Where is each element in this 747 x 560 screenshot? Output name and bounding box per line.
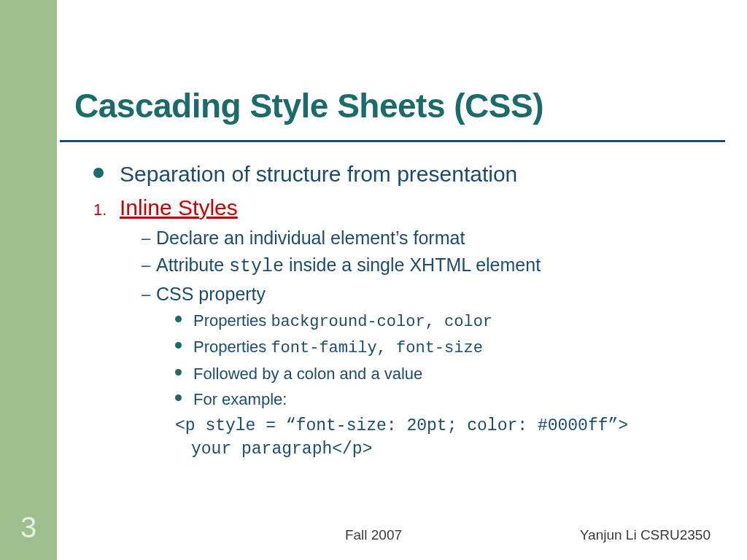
sub2-text: Properties font-family, font-size [193, 336, 483, 359]
code-line: your paragraph</p> [175, 438, 718, 461]
code-inline: font-family, font-size [271, 339, 482, 357]
numbered-label: Inline Styles [120, 195, 238, 220]
text-fragment: Properties [193, 338, 271, 356]
dash-icon: – [142, 229, 156, 248]
dash-icon: – [142, 256, 156, 275]
sub1-text: Declare an individual element’s format [156, 226, 465, 251]
slide: 3 Cascading Style Sheets (CSS) Separatio… [0, 0, 747, 560]
bullet-dot-icon [175, 394, 182, 401]
list-item: Properties font-family, font-size [175, 336, 718, 359]
bullet-dot-icon [175, 369, 182, 376]
bullet-text: Separation of structure from presentatio… [120, 160, 517, 188]
list-item: For example: [175, 389, 718, 411]
sidebar-accent: 3 [0, 0, 57, 560]
bullet-dot-icon [175, 342, 182, 349]
code-line: <p style = “font-size: 20pt; color: #000… [175, 414, 718, 438]
text-fragment: Properties [193, 311, 271, 330]
sub1-text: CSS property [156, 282, 266, 307]
list-item: Followed by a colon and a value [175, 363, 718, 385]
sublist-1: – Declare an individual element’s format… [142, 226, 718, 307]
sub2-text: Properties background-color, color [193, 310, 492, 333]
title-divider [60, 140, 725, 142]
text-fragment: inside a single XHTML element [284, 254, 541, 275]
slide-content: Separation of structure from presentatio… [93, 160, 718, 461]
footer-right: Yanjun Li CSRU2350 [580, 527, 711, 543]
sublist-2: Properties background-color, color Prope… [175, 310, 718, 411]
dash-icon: – [142, 285, 156, 304]
code-inline: style [229, 256, 284, 277]
slide-title: Cascading Style Sheets (CSS) [74, 86, 543, 125]
bullet-dot-icon [175, 316, 182, 322]
numbered-item: 1. Inline Styles [93, 195, 718, 220]
bullet-dot-icon [93, 168, 104, 178]
list-item: – CSS property [142, 282, 718, 307]
list-item: – Declare an individual element’s format [142, 226, 718, 251]
list-item: Properties background-color, color [175, 310, 718, 333]
code-inline: background-color, color [271, 313, 492, 331]
bullet-l1: Separation of structure from presentatio… [93, 160, 718, 188]
text-fragment: Attribute [156, 254, 229, 275]
slide-footer: Fall 2007 Yanjun Li CSRU2350 [0, 527, 747, 549]
code-example: <p style = “font-size: 20pt; color: #000… [175, 414, 718, 461]
list-number: 1. [93, 198, 120, 219]
list-item: – Attribute style inside a single XHTML … [142, 253, 718, 279]
sub2-text: For example: [193, 389, 287, 411]
sub1-text: Attribute style inside a single XHTML el… [156, 253, 541, 279]
sub2-text: Followed by a colon and a value [193, 363, 422, 385]
